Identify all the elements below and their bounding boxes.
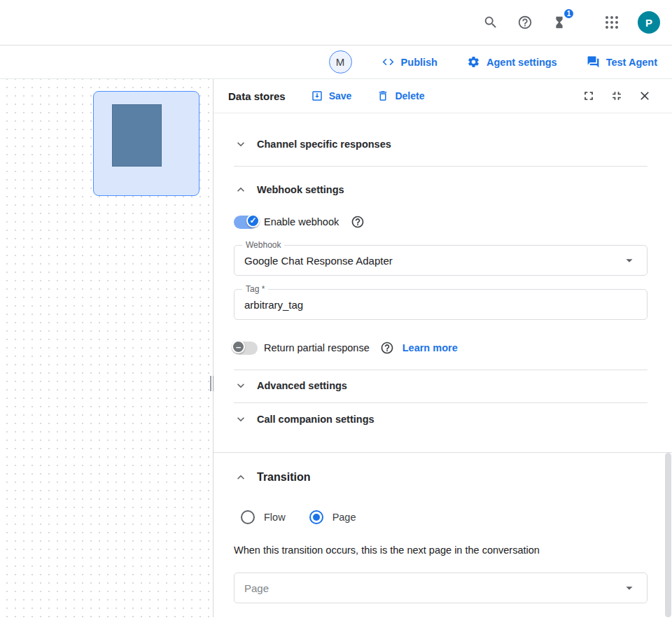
tag-input[interactable]: Tag * arbitrary_tag: [234, 289, 648, 320]
exit-fullscreen-icon[interactable]: [606, 85, 627, 106]
flow-radio-label: Flow: [264, 512, 286, 523]
chevron-down-icon: [234, 412, 248, 426]
panel-scrollbar[interactable]: [665, 453, 671, 617]
webhook-select-value: Google Chat Response Adapter: [244, 255, 393, 267]
toggle-minus-icon: –: [232, 340, 245, 353]
page-radio-label: Page: [332, 512, 356, 523]
chevron-down-icon: [234, 137, 248, 151]
transition-description: When this transition occurs, this is the…: [234, 545, 648, 556]
dropdown-arrow-icon: [622, 253, 637, 268]
partial-response-label: Return partial response: [264, 342, 370, 353]
panel-header: Data stores Save Delete: [214, 79, 672, 113]
apps-grid-dots: [606, 16, 618, 29]
partial-response-toggle[interactable]: –: [234, 342, 258, 355]
panel-resize-handle[interactable]: [210, 376, 216, 391]
transition-label: Transition: [257, 471, 310, 484]
publish-button[interactable]: Publish: [373, 50, 446, 74]
divider: [234, 166, 648, 167]
section-channel-specific-responses[interactable]: Channel specific responses: [234, 136, 648, 153]
pending-changes-notification-icon[interactable]: 1: [545, 8, 573, 36]
flow-node-preview: [112, 104, 162, 167]
panel-body: Channel specific responses Webhook setti…: [214, 136, 672, 603]
agent-toolbar: M Publish Agent settings Test Agent: [0, 45, 672, 79]
apps-grid-icon[interactable]: [598, 8, 626, 36]
main-area: Data stores Save Delete: [0, 79, 672, 617]
test-agent-label: Test Agent: [606, 57, 657, 68]
divider-full-width: [214, 452, 672, 453]
help-circle-icon[interactable]: [351, 215, 365, 229]
chat-icon: [587, 55, 600, 69]
flow-canvas[interactable]: [0, 79, 214, 617]
partial-response-row: – Return partial response Learn more: [234, 340, 648, 356]
tag-input-label: Tag *: [242, 284, 268, 294]
help-circle-icon[interactable]: [380, 341, 394, 355]
page-radio[interactable]: [309, 510, 323, 524]
panel-title: Data stores: [228, 90, 286, 102]
section-label: Channel specific responses: [257, 139, 391, 150]
tag-input-value: arbitrary_tag: [244, 299, 303, 311]
gear-icon: [467, 55, 480, 69]
top-app-bar: 1 P: [0, 0, 672, 45]
publish-label: Publish: [401, 57, 438, 68]
dropdown-arrow-icon: [622, 580, 637, 596]
delete-label: Delete: [395, 90, 424, 101]
agent-settings-label: Agent settings: [486, 57, 557, 68]
chevron-up-icon: [234, 470, 248, 484]
help-icon[interactable]: [511, 8, 539, 36]
enable-webhook-label: Enable webhook: [264, 216, 339, 227]
divider: [234, 402, 648, 403]
save-button[interactable]: Save: [311, 90, 352, 102]
test-agent-button[interactable]: Test Agent: [578, 50, 666, 74]
close-icon[interactable]: [634, 85, 655, 106]
user-avatar[interactable]: P: [638, 11, 660, 34]
section-label: Call companion settings: [257, 414, 374, 425]
transition-target-radio-group: Flow Page: [234, 510, 648, 525]
data-stores-panel: Data stores Save Delete: [214, 79, 672, 617]
save-icon: [311, 90, 323, 102]
divider: [234, 370, 648, 370]
webhook-select[interactable]: Webhook Google Chat Response Adapter: [234, 245, 648, 276]
section-webhook-settings[interactable]: Webhook settings: [234, 181, 648, 198]
fullscreen-icon[interactable]: [578, 85, 599, 106]
section-label: Webhook settings: [257, 184, 344, 195]
enable-webhook-row: ✓ Enable webhook: [234, 214, 648, 230]
notification-badge: 1: [563, 8, 575, 20]
toggle-check-icon: ✓: [246, 214, 260, 227]
page-select[interactable]: Page: [234, 573, 648, 603]
flow-node[interactable]: [93, 91, 200, 196]
agent-avatar[interactable]: M: [329, 50, 352, 73]
agent-settings-button[interactable]: Agent settings: [458, 50, 566, 74]
learn-more-link[interactable]: Learn more: [402, 342, 458, 353]
code-icon: [382, 55, 395, 69]
section-call-companion-settings[interactable]: Call companion settings: [234, 411, 648, 428]
section-advanced-settings[interactable]: Advanced settings: [234, 377, 648, 394]
enable-webhook-toggle[interactable]: ✓: [234, 216, 258, 229]
panel-window-controls: [578, 85, 655, 106]
save-label: Save: [329, 90, 352, 101]
chevron-down-icon: [234, 379, 248, 393]
chevron-up-icon: [234, 183, 248, 197]
section-label: Advanced settings: [257, 380, 347, 391]
section-transition[interactable]: Transition: [234, 468, 648, 487]
trash-icon: [377, 90, 389, 102]
search-icon[interactable]: [477, 8, 505, 36]
flow-radio[interactable]: [241, 510, 255, 524]
page-select-placeholder: Page: [244, 582, 269, 594]
delete-button[interactable]: Delete: [377, 90, 424, 102]
webhook-select-label: Webhook: [242, 240, 284, 250]
